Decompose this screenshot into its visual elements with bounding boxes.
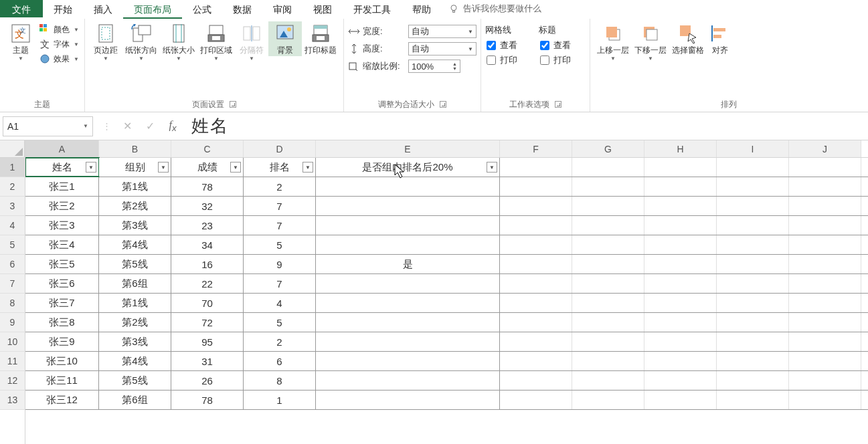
scale-launcher[interactable] xyxy=(440,101,446,108)
cell[interactable] xyxy=(717,294,789,312)
file-tab[interactable]: 文件 xyxy=(0,0,43,17)
cancel-button[interactable]: ✕ xyxy=(120,120,134,132)
cell[interactable]: 1 xyxy=(244,391,316,409)
cell[interactable] xyxy=(572,371,644,390)
cell[interactable] xyxy=(789,197,861,215)
cell[interactable] xyxy=(789,158,861,177)
cell[interactable] xyxy=(644,371,717,390)
tab-developer[interactable]: 开发工具 xyxy=(343,0,402,17)
cell[interactable]: 22 xyxy=(171,274,244,293)
cell[interactable] xyxy=(572,294,644,312)
height-select[interactable]: 自动▼ xyxy=(408,42,476,56)
fx-button[interactable]: fx xyxy=(166,119,179,133)
cell[interactable] xyxy=(644,235,717,254)
cell[interactable] xyxy=(789,274,861,293)
background-button[interactable]: 背景 xyxy=(268,21,302,56)
cell[interactable] xyxy=(500,313,572,332)
cell[interactable]: 2 xyxy=(244,177,316,196)
cell[interactable] xyxy=(500,197,572,215)
cell[interactable]: 7 xyxy=(244,274,316,293)
cell[interactable] xyxy=(789,313,861,332)
cell[interactable] xyxy=(316,216,500,235)
filter-button[interactable]: ▼ xyxy=(86,162,96,173)
row-header-11[interactable]: 11 xyxy=(0,352,25,371)
cell[interactable] xyxy=(572,274,644,293)
print-titles-button[interactable]: 打印标题 xyxy=(302,21,339,56)
headings-print-check[interactable]: 打印 xyxy=(539,53,586,67)
column-header-I[interactable]: I xyxy=(717,140,789,157)
tab-formulas[interactable]: 公式 xyxy=(182,0,222,17)
fonts-button[interactable]: 文 字体▼ xyxy=(37,37,80,51)
scale-input[interactable]: 100% ▲▼ xyxy=(408,60,460,73)
size-button[interactable]: 纸张大小▼ xyxy=(160,21,197,63)
column-header-C[interactable]: C xyxy=(171,140,244,157)
cell[interactable] xyxy=(644,274,717,293)
cell[interactable]: 16 xyxy=(171,255,244,273)
row-header-2[interactable]: 2 xyxy=(0,177,25,197)
cell[interactable] xyxy=(644,158,717,177)
select-all-corner[interactable] xyxy=(0,140,25,158)
column-header-D[interactable]: D xyxy=(244,140,316,157)
filter-button[interactable]: ▼ xyxy=(302,162,313,173)
tab-page-layout[interactable]: 页面布局 xyxy=(123,0,182,17)
width-field[interactable]: 宽度: 自动▼ xyxy=(348,24,476,39)
cell[interactable] xyxy=(316,274,500,293)
cell[interactable] xyxy=(789,294,861,312)
cell[interactable] xyxy=(717,313,789,332)
cell[interactable] xyxy=(500,332,572,351)
cell[interactable] xyxy=(717,197,789,215)
formula-input[interactable]: 姓名 xyxy=(186,114,868,138)
cell[interactable] xyxy=(316,294,500,312)
tab-home[interactable]: 开始 xyxy=(43,0,83,17)
cell[interactable] xyxy=(789,391,861,409)
cell[interactable] xyxy=(717,235,789,254)
column-header-F[interactable]: F xyxy=(500,140,572,157)
cell[interactable]: 5 xyxy=(244,313,316,332)
cell[interactable] xyxy=(789,371,861,390)
cell[interactable] xyxy=(572,235,644,254)
cell[interactable] xyxy=(316,313,500,332)
tab-insert[interactable]: 插入 xyxy=(83,0,123,17)
cell[interactable]: 成绩▼ xyxy=(171,158,244,177)
row-header-7[interactable]: 7 xyxy=(0,274,25,294)
row-header-5[interactable]: 5 xyxy=(0,235,25,255)
row-header-3[interactable]: 3 xyxy=(0,197,25,216)
themes-button[interactable]: 文文 主题 ▼ xyxy=(4,21,37,63)
cell[interactable] xyxy=(717,332,789,351)
cell[interactable] xyxy=(789,332,861,351)
cell[interactable] xyxy=(500,294,572,312)
column-header-B[interactable]: B xyxy=(99,140,171,157)
cell[interactable] xyxy=(572,352,644,370)
cell[interactable]: 第5线 xyxy=(99,255,171,273)
cell[interactable]: 张三3 xyxy=(25,216,99,235)
cell[interactable] xyxy=(316,197,500,215)
cell[interactable] xyxy=(789,352,861,370)
cell[interactable]: 第2线 xyxy=(99,313,171,332)
colors-button[interactable]: 颜色▼ xyxy=(37,23,80,36)
cell[interactable] xyxy=(644,197,717,215)
cell[interactable]: 张三8 xyxy=(25,313,99,332)
cell[interactable] xyxy=(572,391,644,409)
cell[interactable] xyxy=(500,371,572,390)
cell[interactable] xyxy=(717,216,789,235)
cell[interactable]: 95 xyxy=(171,332,244,351)
margins-button[interactable]: 页边距▼ xyxy=(89,21,122,63)
cell[interactable]: 第6组 xyxy=(99,274,171,293)
tab-review[interactable]: 审阅 xyxy=(262,0,302,17)
cell[interactable]: 31 xyxy=(171,352,244,370)
cell[interactable] xyxy=(572,255,644,273)
cell[interactable]: 第4线 xyxy=(99,352,171,370)
cell[interactable] xyxy=(717,352,789,370)
cell[interactable]: 第6组 xyxy=(99,391,171,409)
row-header-1[interactable]: 1 xyxy=(0,158,25,177)
filter-button[interactable]: ▼ xyxy=(230,162,241,173)
cell[interactable] xyxy=(316,352,500,370)
cell[interactable]: 78 xyxy=(171,177,244,196)
cell[interactable]: 32 xyxy=(171,197,244,215)
scale-field[interactable]: 缩放比例: 100% ▲▼ xyxy=(348,59,460,74)
cell[interactable]: 34 xyxy=(171,235,244,254)
cell[interactable] xyxy=(717,158,789,177)
sheet-opts-launcher[interactable] xyxy=(555,101,561,108)
selection-pane-button[interactable]: 选择窗格 xyxy=(669,21,707,56)
cell[interactable] xyxy=(572,332,644,351)
